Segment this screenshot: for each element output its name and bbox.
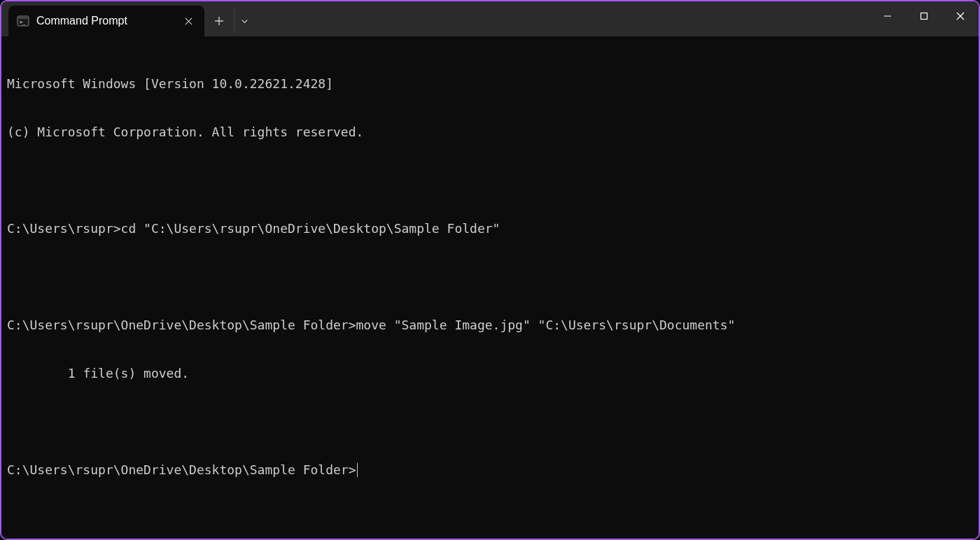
minimize-button[interactable] [869, 1, 906, 31]
close-button[interactable] [942, 1, 979, 31]
terminal-line: Microsoft Windows [Version 10.0.22621.24… [7, 76, 973, 92]
svg-rect-1 [18, 16, 29, 19]
terminal-prompt-line: C:\Users\rsupr\OneDrive\Desktop\Sample F… [7, 462, 973, 478]
tab-dropdown-button[interactable] [234, 9, 255, 33]
titlebar: >_ Command Prompt [1, 1, 979, 36]
titlebar-drag-region[interactable] [255, 1, 869, 36]
tab-close-button[interactable] [181, 13, 196, 29]
svg-text:>_: >_ [20, 20, 26, 25]
window-controls [869, 1, 979, 36]
terminal-line [7, 413, 973, 429]
tab-actions [207, 6, 255, 36]
terminal-line [7, 269, 973, 285]
cursor-icon [357, 463, 358, 477]
terminal-prompt: C:\Users\rsupr\OneDrive\Desktop\Sample F… [7, 462, 356, 477]
new-tab-button[interactable] [207, 9, 231, 33]
command-prompt-icon: >_ [17, 15, 29, 27]
terminal-line: 1 file(s) moved. [7, 365, 973, 381]
maximize-button[interactable] [906, 1, 942, 31]
tab-title: Command Prompt [36, 15, 174, 27]
svg-rect-8 [921, 13, 927, 20]
terminal-line: C:\Users\rsupr\OneDrive\Desktop\Sample F… [7, 317, 973, 333]
terminal-line [7, 172, 973, 188]
terminal-line: (c) Microsoft Corporation. All rights re… [7, 124, 973, 140]
terminal-line: C:\Users\rsupr>cd "C:\Users\rsupr\OneDri… [7, 220, 973, 236]
tab-command-prompt[interactable]: >_ Command Prompt [8, 6, 204, 36]
terminal-output[interactable]: Microsoft Windows [Version 10.0.22621.24… [1, 36, 979, 539]
